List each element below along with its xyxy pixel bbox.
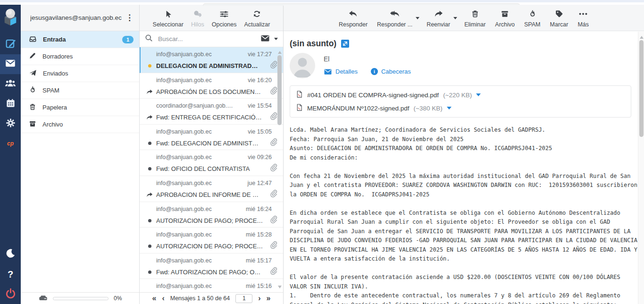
compose-button[interactable] xyxy=(0,34,21,54)
more-label: Más xyxy=(577,21,589,28)
message-row[interactable]: info@sanjuan.gob.ecmié 16:24 AUTORIZACIO… xyxy=(140,202,283,228)
threads-button[interactable]: Hilos xyxy=(189,10,207,28)
cpanel-button[interactable]: cp xyxy=(0,134,21,153)
archive-button[interactable]: Archivo xyxy=(491,9,519,28)
open-in-new-window-icon[interactable] xyxy=(341,40,349,48)
message-row[interactable]: info@sanjuan.gob.ecvie 17:27 DELEGACION … xyxy=(140,47,283,73)
reply-button[interactable]: Responder xyxy=(335,10,372,28)
envelope-icon xyxy=(324,68,332,75)
next-page-button[interactable]: › xyxy=(258,295,260,302)
flame-icon xyxy=(528,9,536,19)
list-pagination: « ‹ Mensajes 1 a 50 de 64 › » xyxy=(140,292,283,304)
forwarded-icon xyxy=(146,192,153,198)
contacts-icon xyxy=(5,78,16,90)
first-page-button[interactable]: « xyxy=(152,295,157,302)
folder-label: Papelera xyxy=(42,104,67,111)
more-horizontal-icon xyxy=(578,10,588,19)
attachment-menu-caret-icon[interactable] xyxy=(447,107,452,112)
archive-label: Archivo xyxy=(495,21,515,28)
attachment-item[interactable]: MEMORÁNDUM Nº1022-signed.pdf (~380 KB) xyxy=(296,101,625,115)
message-sender: info@sanjuan.gob.ec xyxy=(156,180,212,186)
scroll-up-arrow-icon[interactable] xyxy=(640,34,644,39)
contacts-nav-button[interactable] xyxy=(0,74,21,94)
mail-icon xyxy=(5,59,16,70)
message-scrollbar[interactable] xyxy=(638,32,644,304)
message-sender: info@sanjuan.gob.ec xyxy=(156,154,212,160)
forward-menu-caret-icon[interactable] xyxy=(453,17,457,21)
details-toggle[interactable]: Detalles xyxy=(324,68,358,75)
message-date: mié 15:16 xyxy=(246,283,272,289)
compose-icon xyxy=(5,38,16,51)
reply-all-icon xyxy=(389,10,400,19)
logout-button[interactable] xyxy=(0,284,21,304)
attachment-paperclip-icon xyxy=(269,164,277,174)
folder-item-trash[interactable]: Papelera xyxy=(21,99,139,116)
message-row[interactable]: info@sanjuan.gob.ecvie 15:05 Fwd: DELEGA… xyxy=(140,125,283,151)
settings-nav-button[interactable] xyxy=(0,114,21,134)
body-line: 1. Dentro de este antecedente contractua… xyxy=(290,291,640,304)
forwarded-icon xyxy=(146,114,153,120)
attachment-paperclip-icon xyxy=(269,267,277,277)
webmail-app: cp ? jesus xyxy=(0,5,644,304)
mail-nav-button[interactable] xyxy=(0,54,21,74)
attachments-box: #041 ORDEN DE COMPRA-signed-signed.pdf (… xyxy=(290,85,631,118)
page-number-input[interactable] xyxy=(235,294,252,303)
folder-item-drafts[interactable]: Borradores xyxy=(21,48,139,65)
forward-label: Reenviar xyxy=(427,21,450,28)
refresh-label: Actualizar xyxy=(244,21,270,28)
pdf-file-icon xyxy=(296,90,303,100)
message-scrollbar-thumb[interactable] xyxy=(639,40,644,137)
message-subject: Fwd: DELEGACION DE ADMINIST… xyxy=(156,140,266,147)
more-button[interactable]: Más xyxy=(573,10,593,28)
account-menu-button[interactable]: ⋮ xyxy=(123,14,136,22)
folder-item-spam[interactable]: SPAM xyxy=(21,82,139,99)
previous-page-button[interactable]: ‹ xyxy=(162,295,164,302)
tag-icon xyxy=(555,9,563,19)
message-date: mié 16:24 xyxy=(246,206,272,212)
folder-item-inbox[interactable]: Entrada 1 xyxy=(21,31,139,48)
folder-label: SPAM xyxy=(42,87,59,94)
spam-button[interactable]: SPAM xyxy=(520,9,545,28)
forward-button[interactable]: Reenviar xyxy=(422,10,454,28)
message-subject: APROBACIÓN DE LOS DOCUMEN… xyxy=(156,88,266,95)
mark-button[interactable]: Marcar xyxy=(546,9,573,28)
delete-button[interactable]: Eliminar xyxy=(460,9,490,28)
select-button[interactable]: Seleccionar xyxy=(151,10,186,28)
list-scrollbar[interactable] xyxy=(277,49,282,290)
message-row[interactable]: info@sanjuan.gob.ecmié 15:16 xyxy=(140,279,283,292)
attachment-item[interactable]: #041 ORDEN DE COMPRA-signed-signed.pdf (… xyxy=(296,88,625,101)
search-options-caret-icon[interactable] xyxy=(274,38,278,42)
calendar-nav-button[interactable] xyxy=(0,94,21,114)
search-scope-mail-icon[interactable] xyxy=(260,34,270,44)
list-scrollbar-thumb[interactable] xyxy=(277,55,282,125)
help-button[interactable]: ? xyxy=(0,264,21,284)
message-row[interactable]: info@sanjuan.gob.ecjue 12:47 APROBACION … xyxy=(140,176,283,202)
message-date: vie 17:27 xyxy=(248,51,272,58)
dark-mode-button[interactable] xyxy=(0,245,21,264)
attachment-menu-caret-icon[interactable] xyxy=(476,93,481,99)
message-sender: info@sanjuan.gob.ec xyxy=(156,257,212,264)
scroll-down-arrow-icon[interactable] xyxy=(278,286,282,290)
select-label: Seleccionar xyxy=(153,21,184,28)
message-row[interactable]: info@sanjuan.gob.ecvie 09:26 Fwd: OFICIO… xyxy=(140,150,283,176)
scroll-up-arrow-icon[interactable] xyxy=(278,49,282,54)
reply-all-button[interactable]: Responder ... xyxy=(373,10,417,28)
folder-label: Entrada xyxy=(43,36,66,43)
message-row[interactable]: info@sanjuan.gob.ecmié 15:28 AUTORIZACIO… xyxy=(140,228,283,253)
last-page-button[interactable]: » xyxy=(267,295,271,302)
reply-all-menu-caret-icon[interactable] xyxy=(416,17,419,21)
message-body: Lcda. Mabel Arana Martínez; Coordinadora… xyxy=(290,126,640,304)
folder-item-sent[interactable]: Enviados xyxy=(21,65,139,82)
search-input[interactable] xyxy=(157,35,256,43)
message-list-panel: Seleccionar Hilos xyxy=(140,5,284,304)
folders-panel: jesusgavilanes@sanjuan.gob.ec ⋮ Entrada … xyxy=(21,5,140,304)
message-row[interactable]: coordinador@sanjuan.gob.…vie 15:54 Fwd: … xyxy=(140,99,283,125)
message-row[interactable]: info@sanjuan.gob.ecmié 15:17 Fwd: AUTORI… xyxy=(140,253,283,279)
attachment-paperclip-icon xyxy=(269,216,277,226)
refresh-button[interactable]: Actualizar xyxy=(242,9,273,28)
headers-toggle[interactable]: i Cabeceras xyxy=(371,68,411,75)
options-button[interactable]: Opciones xyxy=(209,10,239,28)
calendar-icon xyxy=(6,98,16,110)
folder-item-archive[interactable]: Archivo xyxy=(21,116,139,133)
message-row[interactable]: info@sanjuan.gob.ecvie 16:20 APROBACIÓN … xyxy=(140,73,283,99)
